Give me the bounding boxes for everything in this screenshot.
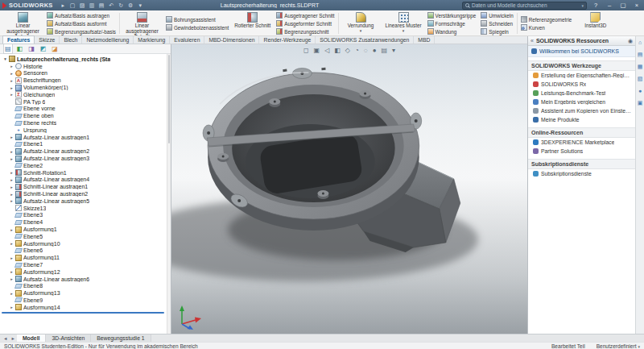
appearances-scenes-tab-icon[interactable]: ● bbox=[638, 88, 642, 94]
feature-tree-item[interactable]: ▸ Ausformung1 bbox=[2, 226, 171, 233]
rebuild-icon[interactable]: ↻ bbox=[118, 0, 125, 10]
expand-arrow-icon[interactable]: ▸ bbox=[10, 256, 14, 260]
help-button[interactable]: ? bbox=[591, 0, 601, 10]
expand-arrow-icon[interactable]: ▸ bbox=[10, 291, 14, 296]
task-pane-link[interactable]: Assistent zum Kopieren von Einstellungen bbox=[528, 106, 635, 115]
feature-tree-item[interactable]: ▸ Schnitt-Linear austragen2 bbox=[2, 190, 171, 197]
feature-tree-item[interactable]: ▸ Aufsatz-Linear austragen2 bbox=[2, 147, 171, 155]
feature-tree-item[interactable]: Ebene2 bbox=[2, 162, 171, 169]
menu-arrow-icon[interactable]: ▸ bbox=[60, 0, 67, 10]
tab-evaluieren[interactable]: Evaluieren bbox=[170, 36, 204, 44]
ribbon-stack-button[interactable]: Gewindebolzenassistent bbox=[166, 24, 229, 31]
graphics-viewport[interactable]: ◻▣◁◧◇◔◌●▤▾ bbox=[171, 44, 527, 334]
ribbon-stack-button[interactable]: Begrenzungsschnitt bbox=[276, 28, 334, 35]
task-pane-link[interactable]: Erstellung der Eigenschaften-Registerkar… bbox=[528, 71, 635, 80]
expand-arrow-icon[interactable]: ▸ bbox=[10, 71, 14, 76]
dimxpert-manager-tab[interactable]: ◩ bbox=[39, 44, 47, 53]
expand-arrow-icon[interactable]: ▸ bbox=[10, 185, 14, 189]
design-library-tab-icon[interactable]: ▤ bbox=[638, 52, 643, 58]
expand-arrow-icon[interactable]: ▸ bbox=[10, 149, 14, 154]
search-dropdown-icon[interactable]: ▾ bbox=[581, 3, 584, 8]
task-pane-link[interactable]: SOLIDWORKS Rx bbox=[528, 80, 635, 89]
task-pane-link[interactable]: Mein Ergebnis vergleichen bbox=[528, 98, 635, 106]
task-pane-link[interactable]: Meine Produkte bbox=[528, 115, 635, 124]
feature-tree-item[interactable]: ▸ Sensoren bbox=[2, 70, 171, 77]
feature-tree-item[interactable]: ▸ Aufsatz-Linear austragen4 bbox=[2, 177, 171, 184]
tab-render-werkzeuge[interactable]: Render-Werkzeuge bbox=[259, 36, 316, 44]
view-palette-tab-icon[interactable]: ▧ bbox=[638, 76, 643, 82]
new-document-icon[interactable]: ▢ bbox=[69, 0, 76, 10]
display-manager-tab[interactable]: ◪ bbox=[51, 44, 59, 53]
zoom-fit-icon[interactable]: ◻ bbox=[303, 47, 309, 55]
feature-tree-item[interactable]: ▸ Beschriftungen bbox=[2, 77, 171, 84]
minimize-button[interactable]: – bbox=[605, 0, 614, 10]
options-icon[interactable]: ⚙ bbox=[127, 0, 134, 10]
tab-markierung[interactable]: Markierung bbox=[134, 36, 170, 44]
view-settings-icon[interactable]: ▾ bbox=[392, 47, 395, 55]
extruded-cut-button[interactable]: Linear ausgetragener Schnitt bbox=[121, 11, 163, 35]
expand-arrow-icon[interactable]: ▸ bbox=[10, 269, 14, 274]
edit-appearance-icon[interactable]: ● bbox=[373, 47, 377, 55]
expand-arrow-icon[interactable]: ▸ bbox=[10, 305, 14, 310]
ribbon-stack-button[interactable]: Ausgetragener Schnitt bbox=[276, 12, 334, 19]
expand-arrow-icon[interactable]: ▸ bbox=[10, 276, 14, 281]
feature-tree-item[interactable]: ▸ Aufsatz-Linear austragen5 bbox=[2, 197, 171, 205]
apply-scene-icon[interactable]: ▤ bbox=[381, 47, 387, 55]
collapse-pane-icon[interactable]: « bbox=[530, 38, 534, 44]
close-button[interactable]: × bbox=[632, 0, 642, 10]
ribbon-stack-button[interactable]: Begrenzungsaufsatz/-basis bbox=[47, 28, 116, 35]
revolved-cut-button[interactable]: Rotierter Schnitt bbox=[231, 11, 274, 35]
expand-arrow-icon[interactable]: ▾ bbox=[3, 56, 7, 61]
expand-arrow-icon[interactable]: ▸ bbox=[10, 198, 14, 203]
tab-bewegungsstudie-1[interactable]: Bewegungsstudie 1 bbox=[91, 334, 151, 342]
feature-tree-item[interactable]: ▸ Ausformung14 bbox=[2, 304, 171, 311]
feature-tree-item[interactable]: ▸ Aufsatz-Linear austragen6 bbox=[2, 276, 171, 283]
tab-3d-ansichten[interactable]: 3D-Ansichten bbox=[46, 334, 91, 342]
ribbon-stack-button[interactable]: Kurven bbox=[521, 24, 572, 31]
tab-mbd[interactable]: MBD bbox=[414, 36, 435, 44]
ribbon-stack-button[interactable]: Verstärkungsrippe bbox=[427, 12, 477, 19]
ribbon-stack-button[interactable]: Formschräge bbox=[427, 20, 477, 27]
expand-arrow-icon[interactable]: ▸ bbox=[10, 92, 14, 97]
tab-netzmodellierung[interactable]: Netzmodellierung bbox=[82, 36, 134, 44]
expand-arrow-icon[interactable]: ▸ bbox=[10, 241, 14, 246]
open-icon[interactable]: ▨ bbox=[79, 0, 86, 10]
ribbon-stack-button[interactable]: Ausgeformter Schnitt bbox=[276, 20, 334, 27]
ribbon-stack-button[interactable]: Umwickeln bbox=[481, 12, 513, 19]
instant3d-button[interactable]: Instant3D bbox=[574, 11, 617, 35]
expand-arrow-icon[interactable]: ▸ bbox=[10, 192, 14, 197]
feature-tree-item[interactable]: ▸ Aufsatz-Linear austragen3 bbox=[2, 155, 171, 162]
units-selector[interactable]: Benutzerdefiniert▾ bbox=[597, 343, 640, 349]
expand-arrow-icon[interactable]: ▸ bbox=[10, 78, 14, 83]
tab-blech[interactable]: Blech bbox=[60, 36, 82, 44]
file-explorer-tab-icon[interactable]: ▦ bbox=[638, 64, 643, 70]
ribbon-stack-button[interactable]: Bohrungsassistent bbox=[166, 16, 229, 23]
feature-tree-item[interactable]: ▸ Volumenkörper(1) bbox=[2, 84, 171, 91]
property-manager-tab[interactable]: ◧ bbox=[16, 44, 24, 53]
ribbon-stack-button[interactable]: Spiegeln bbox=[481, 28, 513, 35]
undo-icon[interactable]: ↶ bbox=[108, 0, 115, 10]
custom-properties-tab-icon[interactable]: ▣ bbox=[638, 100, 643, 106]
feature-tree-item[interactable]: ▾ Lautsprecherhalterung_rechts (Sta bbox=[2, 56, 171, 63]
restore-button[interactable]: ▢ bbox=[618, 0, 628, 10]
solidworks-resources-tab-icon[interactable]: ⌂ bbox=[638, 39, 642, 46]
feature-tree-item[interactable]: PA Typ 6 bbox=[2, 98, 171, 106]
print-icon[interactable]: ▤ bbox=[98, 0, 105, 10]
toolbar-dropdown-icon[interactable]: ▾ bbox=[137, 0, 144, 10]
ribbon-stack-button[interactable]: Referenzgeometrie bbox=[521, 16, 572, 23]
feature-tree-item[interactable]: Ebene9 bbox=[2, 297, 171, 304]
search-box[interactable]: Daten und Modelle durchsuchen ▾ bbox=[462, 2, 587, 10]
fillet-button[interactable]: Verrundung bbox=[340, 11, 382, 35]
feature-tree-item[interactable]: Ebene6 bbox=[2, 247, 171, 255]
linear-pattern-button[interactable]: Lineares Muster bbox=[382, 11, 425, 35]
feature-tree-item[interactable]: Ebene4 bbox=[2, 218, 171, 226]
feature-tree-item[interactable]: ▸ Ausformung12 bbox=[2, 268, 171, 276]
feature-tree-item[interactable]: Ebene7 bbox=[2, 261, 171, 268]
ribbon-stack-button[interactable]: Wandung bbox=[427, 28, 477, 35]
task-pane-link[interactable]: Leistungs-Benchmark-Test bbox=[528, 89, 635, 98]
tab-zusatzanwendungen[interactable]: SOLIDWORKS Zusatzanwendungen bbox=[316, 36, 414, 44]
feature-tree-item[interactable]: ▸ Aufsatz-Linear austragen1 bbox=[2, 134, 171, 141]
view-orientation-icon[interactable]: ◇ bbox=[345, 47, 350, 55]
feature-tree-item[interactable]: Ebene oben bbox=[2, 112, 171, 119]
feature-manager-tab[interactable]: ▤ bbox=[4, 44, 12, 53]
